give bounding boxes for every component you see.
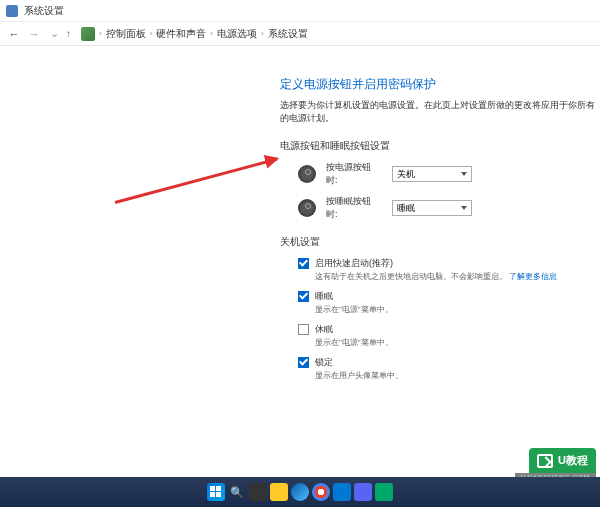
sleep-label: 睡眠 [315,290,333,303]
hibernate-item: 休眠 显示在"电源"菜单中。 [298,323,600,348]
watermark-icon [537,454,553,468]
page-heading: 定义电源按钮并启用密码保护 [280,76,600,93]
annotation-arrow [115,201,283,204]
power-button-value: 关机 [397,168,415,181]
breadcrumb-system[interactable]: 系统设置 [268,27,308,41]
hibernate-desc: 显示在"电源"菜单中。 [315,337,600,348]
svg-rect-2 [210,492,215,497]
recent-dropdown-icon[interactable]: ⌄ [46,26,62,42]
windows-icon [210,486,222,498]
window-title: 系统设置 [24,4,64,18]
fast-startup-item: 启用快速启动(推荐) 这有助于在关机之后更快地启动电脑。不会影响重启。 了解更多… [298,257,600,282]
svg-rect-0 [210,486,215,491]
page-description: 选择要为你计算机设置的电源设置。在此页上对设置所做的更改将应用于你所有的电源计划… [280,99,600,125]
chevron-right-icon: › [261,29,264,38]
breadcrumb-hardware[interactable]: 硬件和声音 [156,27,206,41]
search-button[interactable]: 🔍 [228,483,246,501]
content-area: 定义电源按钮并启用密码保护 选择要为你计算机设置的电源设置。在此页上对设置所做的… [0,46,600,507]
sleep-button-value: 睡眠 [397,202,415,215]
fast-startup-checkbox[interactable] [298,258,309,269]
titlebar: 系统设置 [0,0,600,22]
lock-item: 锁定 显示在用户头像菜单中。 [298,356,600,381]
hibernate-label: 休眠 [315,323,333,336]
fast-startup-desc: 这有助于在关机之后更快地启动电脑。不会影响重启。 了解更多信息 [315,271,600,282]
power-button-dropdown[interactable]: 关机 [392,166,472,182]
power-button-row: 按电源按钮时: 关机 [298,161,600,187]
window-icon [6,5,18,17]
sleep-desc: 显示在"电源"菜单中。 [315,304,600,315]
control-panel-icon [81,27,95,41]
navigation-bar: ← → ⌄ ↑ › 控制面板 › 硬件和声音 › 电源选项 › 系统设置 [0,22,600,46]
hibernate-checkbox[interactable] [298,324,309,335]
sleep-checkbox[interactable] [298,291,309,302]
watermark-brand: U教程 [558,453,588,468]
breadcrumb-power[interactable]: 电源选项 [217,27,257,41]
fast-startup-desc-text: 这有助于在关机之后更快地启动电脑。不会影响重启。 [315,272,507,281]
store-button[interactable] [333,483,351,501]
sleep-icon [298,199,316,217]
chrome-button[interactable] [312,483,330,501]
sleep-button-dropdown[interactable]: 睡眠 [392,200,472,216]
task-view-button[interactable] [249,483,267,501]
forward-button: → [26,26,42,42]
chevron-right-icon: › [99,29,102,38]
sleep-button-row: 按睡眠按钮时: 睡眠 [298,195,600,221]
up-button[interactable]: ↑ [66,28,71,39]
lock-checkbox[interactable] [298,357,309,368]
fast-startup-label: 启用快速启动(推荐) [315,257,393,270]
sleep-button-label: 按睡眠按钮时: [326,195,382,221]
back-button[interactable]: ← [6,26,22,42]
power-icon [298,165,316,183]
start-button[interactable] [207,483,225,501]
power-button-label: 按电源按钮时: [326,161,382,187]
chevron-right-icon: › [150,29,153,38]
learn-more-link[interactable]: 了解更多信息 [509,272,557,281]
file-explorer-button[interactable] [270,483,288,501]
button-settings-label: 电源按钮和睡眠按钮设置 [280,139,600,153]
taskbar-app-2[interactable] [375,483,393,501]
shutdown-settings-label: 关机设置 [280,235,600,249]
lock-label: 锁定 [315,356,333,369]
svg-rect-3 [216,492,221,497]
taskbar: 🔍 [0,477,600,507]
lock-desc: 显示在用户头像菜单中。 [315,370,600,381]
breadcrumb-root[interactable]: 控制面板 [106,27,146,41]
chevron-right-icon: › [210,29,213,38]
svg-rect-1 [216,486,221,491]
edge-button[interactable] [291,483,309,501]
taskbar-app-1[interactable] [354,483,372,501]
breadcrumb: › 控制面板 › 硬件和声音 › 电源选项 › 系统设置 [81,27,308,41]
sleep-item: 睡眠 显示在"电源"菜单中。 [298,290,600,315]
watermark-badge: U教程 [529,448,596,473]
